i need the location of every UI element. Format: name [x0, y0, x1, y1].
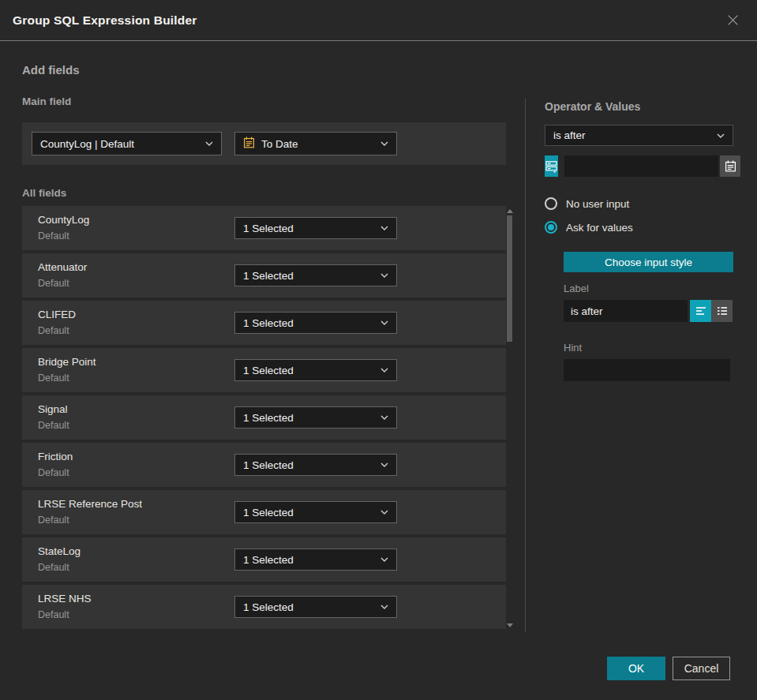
field-selection-dropdown-value: 1 Selected [243, 554, 294, 566]
field-row: Bridge Point Default 1 Selected [22, 348, 506, 392]
close-icon [726, 17, 740, 29]
all-fields-label: All fields [22, 187, 506, 199]
chevron-down-icon [380, 141, 388, 146]
date-picker-button[interactable] [720, 155, 740, 177]
single-value-style-button[interactable] [690, 300, 711, 322]
field-row: LRSE NHS Default 1 Selected [22, 585, 506, 629]
scrollbar-thumb[interactable] [507, 215, 512, 342]
field-selection-dropdown[interactable]: 1 Selected [234, 312, 397, 334]
field-subtitle: Default [38, 372, 69, 384]
value-input-group [564, 155, 740, 177]
chevron-down-icon [717, 133, 725, 138]
field-subtitle: Default [38, 278, 69, 289]
field-name: Bridge Point [38, 356, 96, 368]
field-subtitle: Default [38, 230, 69, 241]
group-sql-expression-builder-dialog: Group SQL Expression Builder Add fields … [0, 0, 757, 700]
field-selection-dropdown[interactable]: 1 Selected [234, 217, 397, 239]
field-row: LRSE Reference Post Default 1 Selected [22, 490, 506, 534]
hint-field-label: Hint [564, 342, 733, 354]
field-subtitle: Default [38, 609, 69, 620]
fields-panel: Main field CountyLog | Default To Date [22, 95, 506, 632]
field-row: StateLog Default 1 Selected [22, 537, 506, 582]
dialog-title: Group SQL Expression Builder [13, 13, 197, 28]
field-subtitle: Default [38, 325, 69, 336]
chevron-down-icon [380, 320, 388, 325]
ask-for-values-options: Choose input style Label [564, 245, 733, 381]
align-left-icon [695, 305, 707, 317]
field-row: Attenuator Default 1 Selected [22, 253, 506, 298]
date-field-dropdown-value: To Date [261, 138, 298, 150]
radio-no-user-input[interactable]: No user input [545, 197, 733, 210]
date-field-dropdown[interactable]: To Date [234, 132, 397, 155]
field-selection-dropdown-value: 1 Selected [243, 317, 294, 329]
field-selection-dropdown-value: 1 Selected [243, 459, 294, 471]
field-selection-dropdown[interactable]: 1 Selected [234, 264, 397, 286]
dialog-titlebar: Group SQL Expression Builder [0, 0, 757, 41]
value-input[interactable] [564, 155, 718, 177]
close-button[interactable] [723, 10, 743, 30]
chevron-down-icon [380, 368, 388, 372]
operator-dropdown[interactable]: is after [545, 125, 733, 146]
scroll-up-arrow-icon[interactable] [507, 209, 513, 213]
chevron-down-icon [380, 557, 388, 562]
field-name: StateLog [38, 545, 81, 557]
operator-values-heading: Operator & Values [545, 100, 733, 113]
label-input-row [564, 300, 733, 322]
chevron-down-icon [205, 141, 213, 146]
panel-divider [525, 99, 526, 632]
calendar-icon [243, 137, 255, 151]
hint-input[interactable] [564, 359, 730, 381]
field-selection-dropdown[interactable]: 1 Selected [234, 501, 397, 523]
label-field-label: Label [564, 283, 733, 294]
field-selection-dropdown[interactable]: 1 Selected [234, 454, 397, 476]
label-style-buttons [690, 300, 733, 322]
field-name: CLIFED [38, 309, 76, 320]
field-subtitle: Default [38, 515, 69, 526]
ok-button[interactable]: OK [607, 657, 665, 680]
unique-values-button[interactable] [545, 155, 558, 177]
field-row: Friction Default 1 Selected [22, 443, 506, 487]
radio-no-user-input-label: No user input [566, 198, 629, 210]
field-subtitle: Default [38, 467, 69, 478]
scroll-down-arrow-icon[interactable] [507, 623, 513, 627]
operator-values-panel: Operator & Values is after [545, 100, 733, 381]
list-icon [716, 305, 729, 317]
field-name: Friction [38, 451, 73, 462]
field-selection-dropdown-value: 1 Selected [243, 412, 294, 424]
choose-input-style-button[interactable]: Choose input style [564, 252, 733, 272]
field-row: CLIFED Default 1 Selected [22, 301, 506, 345]
cancel-button[interactable]: Cancel [673, 657, 730, 680]
chevron-down-icon [380, 226, 388, 230]
field-selection-dropdown-value: 1 Selected [243, 223, 294, 234]
radio-ask-for-values[interactable]: Ask for values [545, 221, 733, 234]
field-selection-dropdown-value: 1 Selected [243, 365, 294, 376]
field-name: LRSE NHS [38, 593, 92, 605]
chevron-down-icon [380, 510, 388, 515]
field-selection-dropdown-value: 1 Selected [243, 601, 294, 613]
user-input-radios: No user input Ask for values Choose inpu… [545, 197, 733, 381]
field-subtitle: Default [38, 420, 69, 431]
main-field-row: CountyLog | Default To Date [22, 122, 506, 165]
label-input[interactable] [564, 300, 688, 322]
field-name: Signal [38, 403, 68, 415]
fields-list-scrollbar[interactable] [506, 204, 514, 631]
field-selection-dropdown-value: 1 Selected [243, 507, 294, 518]
main-field-dropdown[interactable]: CountyLog | Default [32, 132, 222, 155]
field-selection-dropdown[interactable]: 1 Selected [234, 359, 397, 381]
operator-dropdown-value: is after [553, 129, 586, 141]
list-style-button[interactable] [711, 300, 733, 322]
field-name: Attenuator [38, 261, 87, 273]
main-field-dropdown-value: CountyLog | Default [40, 138, 134, 150]
field-name: LRSE Reference Post [38, 498, 142, 510]
field-selection-dropdown[interactable]: 1 Selected [234, 596, 397, 618]
field-selection-dropdown[interactable]: 1 Selected [234, 548, 397, 571]
radio-selected-icon [545, 221, 557, 234]
chevron-down-icon [380, 605, 388, 609]
field-row: Signal Default 1 Selected [22, 395, 506, 440]
radio-ask-for-values-label: Ask for values [566, 222, 633, 234]
chevron-down-icon [380, 415, 388, 420]
field-selection-dropdown[interactable]: 1 Selected [234, 406, 397, 429]
radio-unselected-icon [545, 197, 557, 210]
field-subtitle: Default [38, 562, 69, 573]
field-selection-dropdown-value: 1 Selected [243, 270, 294, 282]
